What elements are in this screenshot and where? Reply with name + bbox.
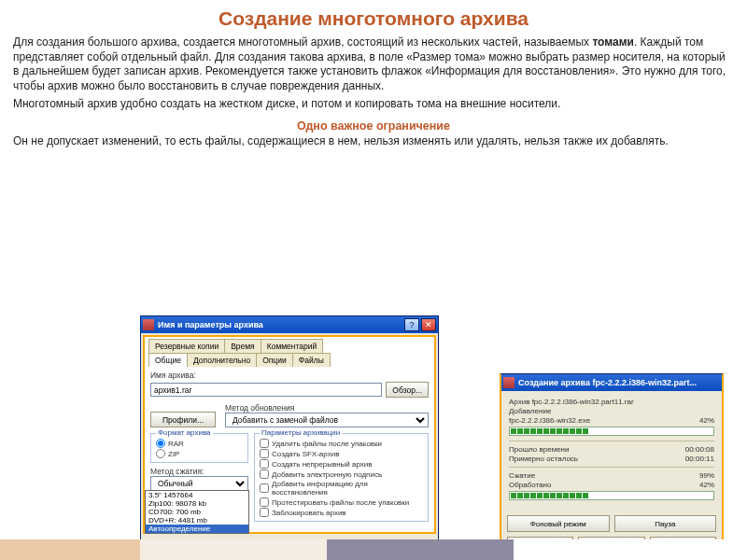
tab-advanced[interactable]: Дополнительно bbox=[187, 353, 257, 367]
tab-files[interactable]: Файлы bbox=[292, 353, 331, 367]
app-icon bbox=[503, 377, 514, 388]
split-size-dropdown[interactable]: 3.5" 1457664 Zip100: 98078 kb CD700: 700… bbox=[145, 490, 249, 534]
progress-bar-file bbox=[509, 427, 714, 436]
remaining-label: Примерно осталось bbox=[509, 455, 578, 463]
progress-bar-total bbox=[509, 491, 714, 500]
dropdown-item[interactable]: DVD+R: 4481 mb bbox=[146, 516, 248, 525]
format-zip-radio[interactable]: ZIP bbox=[156, 449, 243, 458]
background-button[interactable]: Фоновый режим bbox=[507, 515, 610, 532]
format-group: Формат архива RAR ZIP bbox=[150, 433, 248, 463]
dropdown-item-selected[interactable]: Автоопределение bbox=[146, 525, 248, 533]
pause-button[interactable]: Пауза bbox=[614, 515, 717, 532]
update-method-select[interactable]: Добавить с заменой файлов bbox=[225, 413, 429, 427]
format-rar-radio[interactable]: RAR bbox=[156, 439, 243, 448]
progress-action: Добавление bbox=[509, 407, 551, 415]
slide-title: Создание многотомного архива bbox=[0, 0, 747, 34]
progress-dialog: Создание архива fpc-2.2.2.i386-win32.par… bbox=[500, 373, 724, 560]
dropdown-item[interactable]: 3.5" 1457664 bbox=[146, 491, 248, 499]
tabs-row-1: Резервные копии Время Комментарий bbox=[143, 335, 436, 353]
footer-decoration bbox=[0, 539, 747, 560]
compression-method-label: Метод сжатия: bbox=[150, 467, 248, 476]
params-group-title: Параметры архивации bbox=[260, 428, 342, 437]
tab-time[interactable]: Время bbox=[224, 339, 261, 353]
opt-sfx[interactable]: Создать SFX-архив bbox=[260, 449, 423, 458]
tab-comment[interactable]: Комментарий bbox=[261, 339, 324, 353]
elapsed-value: 00:00:08 bbox=[685, 445, 714, 454]
ratio-value: 99% bbox=[699, 471, 714, 480]
tabs-row-2: Общие Дополнительно Опции Файлы bbox=[143, 353, 436, 367]
tab-options[interactable]: Опции bbox=[256, 353, 293, 367]
update-method-label: Метод обновления bbox=[225, 403, 429, 413]
opt-delete-after[interactable]: Удалить файлы после упаковки bbox=[260, 439, 423, 448]
progress-current-pct: 42% bbox=[699, 416, 714, 425]
ratio-label: Сжатие bbox=[509, 471, 535, 480]
para1-bold: томами bbox=[592, 35, 634, 49]
params-group: Параметры архивации Удалить файлы после … bbox=[254, 433, 429, 522]
dialog-title: Имя и параметры архива bbox=[158, 320, 402, 329]
progress-archive-name: Архив fpc-2.2.2.i386-win32.part11.rar bbox=[509, 398, 634, 406]
elapsed-label: Прошло времени bbox=[509, 445, 569, 454]
para1-a: Для создания большого архива, создается … bbox=[13, 35, 592, 49]
dialog-titlebar[interactable]: Имя и параметры архива ? ✕ bbox=[141, 316, 438, 333]
dropdown-item[interactable]: Zip100: 98078 kb bbox=[146, 499, 248, 508]
processed-label: Обработано bbox=[509, 481, 551, 489]
archive-name-input[interactable] bbox=[150, 383, 382, 397]
tab-backup[interactable]: Резервные копии bbox=[148, 339, 225, 353]
format-group-title: Формат архива bbox=[156, 428, 213, 437]
help-icon[interactable]: ? bbox=[404, 318, 419, 331]
paragraph-1: Для создания большого архива, создается … bbox=[0, 34, 747, 95]
archive-dialog: Имя и параметры архива ? ✕ Резервные коп… bbox=[140, 315, 439, 560]
paragraph-2: Многотомный архив удобно создать на жест… bbox=[0, 95, 747, 114]
progress-title: Создание архива fpc-2.2.2.i386-win32.par… bbox=[518, 378, 720, 387]
remaining-value: 00:00:11 bbox=[685, 455, 714, 463]
opt-test-after[interactable]: Протестировать файлы после упаковки bbox=[260, 497, 423, 507]
processed-value: 42% bbox=[699, 481, 714, 489]
paragraph-3: Он не допускает изменений, то есть файлы… bbox=[0, 133, 747, 151]
browse-button[interactable]: Обзор... bbox=[386, 382, 429, 398]
opt-recovery[interactable]: Добавить информацию для восстановления bbox=[260, 480, 423, 497]
close-icon[interactable]: ✕ bbox=[421, 318, 436, 331]
profiles-button[interactable]: Профили... bbox=[150, 412, 216, 427]
progress-current-file: fpc-2.2.2.i386-win32.exe bbox=[509, 416, 590, 425]
opt-signature[interactable]: Добавить электронную подпись bbox=[260, 469, 423, 479]
app-icon bbox=[143, 319, 154, 330]
dropdown-item[interactable]: CD700: 700 mb bbox=[146, 508, 248, 516]
opt-solid[interactable]: Создать непрерывный архив bbox=[260, 459, 423, 469]
compression-method-select[interactable]: Обычный bbox=[150, 476, 248, 491]
tab-general[interactable]: Общие bbox=[148, 353, 188, 367]
dialog-panel: Имя архива: Обзор... Профили... Метод об… bbox=[143, 367, 436, 534]
archive-name-label: Имя архива: bbox=[150, 371, 429, 380]
progress-titlebar[interactable]: Создание архива fpc-2.2.2.i386-win32.par… bbox=[501, 374, 722, 391]
opt-lock[interactable]: Заблокировать архив bbox=[260, 508, 423, 517]
subheading: Одно важное ограничение bbox=[0, 119, 747, 133]
